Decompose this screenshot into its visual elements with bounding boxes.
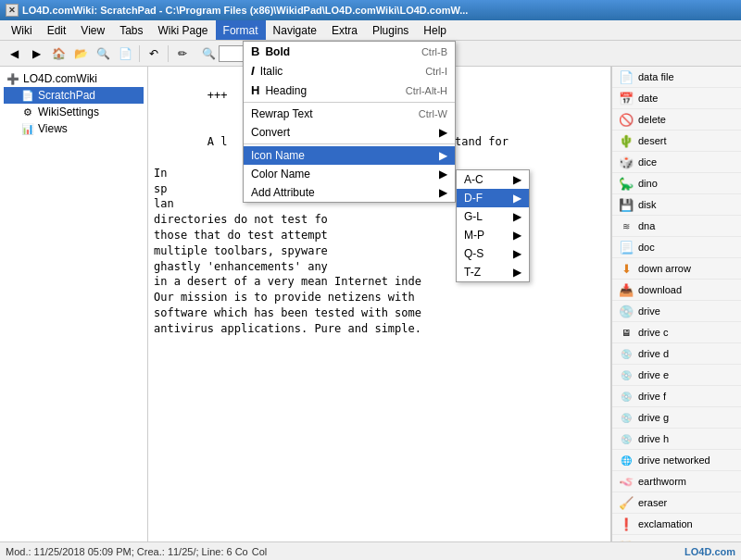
icon-sub-tz-label: T-Z — [464, 266, 481, 279]
tree-wikisettings[interactable]: ⚙ WikiSettings — [4, 104, 144, 120]
right-item-exclamation-label: exclamation — [638, 518, 693, 529]
settings-icon: ⚙ — [20, 105, 35, 119]
fmt-separator1 — [244, 102, 455, 103]
drivee-icon: 💿 — [618, 367, 634, 383]
right-item-explorer[interactable]: 📂 explorer — [612, 535, 741, 541]
tree-wikisettings-label: WikiSettings — [38, 106, 99, 118]
format-menu[interactable]: B Bold Ctrl-B I Italic Ctrl-I H Heading … — [243, 41, 456, 203]
right-item-datafile[interactable]: 📄 data file — [612, 67, 741, 88]
icon-name-submenu[interactable]: A-C ▶ D-F ▶ G-L ▶ M-P ▶ Q-S ▶ T-Z ▶ — [456, 169, 530, 282]
right-item-driveg[interactable]: 💿 drive g — [612, 407, 741, 429]
right-item-dino-label: dino — [638, 178, 658, 189]
tree-views[interactable]: 📊 Views — [4, 120, 144, 137]
home-button[interactable]: 🏠 — [48, 44, 69, 64]
drivec-icon: 🖥 — [618, 324, 634, 341]
undo-button[interactable]: ↶ — [144, 44, 164, 64]
format-heading[interactable]: H Heading Ctrl-Alt-H — [244, 81, 455, 100]
format-convert-arrow: ▶ — [439, 126, 447, 139]
icon-sub-qs[interactable]: Q-S ▶ — [457, 244, 529, 263]
right-item-download[interactable]: 📥 download — [612, 280, 741, 301]
right-item-eraser[interactable]: 🧹 eraser — [612, 492, 741, 514]
open-button[interactable]: 📂 — [70, 44, 91, 64]
menu-navigate[interactable]: Navigate — [266, 20, 324, 40]
format-iconname-label: Icon Name — [251, 149, 435, 162]
right-item-doc-label: doc — [638, 242, 655, 253]
icon-sub-gl[interactable]: G-L ▶ — [457, 207, 529, 226]
right-item-dino[interactable]: 🦕 dino — [612, 173, 741, 194]
right-item-drivee[interactable]: 💿 drive e — [612, 365, 741, 386]
format-iconname[interactable]: Icon Name ▶ — [244, 146, 455, 165]
format-colorname[interactable]: Color Name ▶ — [244, 165, 455, 183]
right-item-downarrow-label: down arrow — [638, 263, 691, 274]
right-item-earthworm[interactable]: 🪱 earthworm — [612, 471, 741, 492]
dino-icon: 🦕 — [618, 175, 634, 192]
right-item-dna[interactable]: ≋ dna — [612, 216, 741, 237]
close-button[interactable]: ✕ — [6, 4, 19, 17]
right-item-drive-label: drive — [638, 305, 660, 317]
icon-sub-gl-arrow: ▶ — [513, 210, 521, 223]
edit-button[interactable]: ✏ — [172, 44, 193, 64]
right-item-drivenetworked[interactable]: 🌐 drive networked — [612, 450, 741, 471]
menu-plugins[interactable]: Plugins — [365, 20, 416, 40]
icon-sub-mp-arrow: ▶ — [513, 229, 521, 242]
icon-sub-ac[interactable]: A-C ▶ — [457, 170, 529, 189]
tree-scratchpad[interactable]: 📄 ScratchPad — [4, 87, 144, 104]
right-item-drivec[interactable]: 🖥 drive c — [612, 322, 741, 343]
icon-sub-df[interactable]: D-F ▶ — [457, 189, 529, 207]
right-item-drive[interactable]: 💿 drive — [612, 301, 741, 322]
format-iconname-arrow: ▶ — [439, 149, 447, 162]
right-item-delete[interactable]: 🚫 delete — [612, 109, 741, 131]
format-convert[interactable]: Convert ▶ — [244, 123, 455, 142]
format-rewrap[interactable]: Rewrap Text Ctrl-W — [244, 105, 455, 123]
format-heading-key: Ctrl-Alt-H — [406, 85, 447, 96]
right-item-disk[interactable]: 💾 disk — [612, 194, 741, 216]
right-item-desert-label: desert — [638, 135, 667, 146]
menu-edit[interactable]: Edit — [40, 20, 74, 40]
menu-wiki[interactable]: Wiki — [4, 20, 40, 40]
page-button[interactable]: 📄 — [115, 44, 135, 64]
format-colorname-arrow: ▶ — [439, 168, 447, 180]
format-heading-label: H Heading — [251, 83, 406, 97]
back-button[interactable]: ◀ — [4, 44, 24, 64]
right-item-drived[interactable]: 💿 drive d — [612, 343, 741, 365]
date-icon: 📅 — [618, 90, 634, 106]
views-icon: 📊 — [20, 121, 35, 136]
right-item-desert[interactable]: 🌵 desert — [612, 131, 741, 152]
editor-line1: +++ — [207, 89, 228, 102]
right-item-exclamation[interactable]: ❗ exclamation — [612, 514, 741, 535]
eraser-icon: 🧹 — [618, 494, 634, 511]
title-bar: ✕ LO4D.comWiki: ScratchPad - C:\Program … — [0, 0, 741, 20]
right-item-delete-label: delete — [638, 114, 666, 125]
menu-help[interactable]: Help — [416, 20, 454, 40]
format-italic[interactable]: I Italic Ctrl-I — [244, 61, 455, 81]
right-item-doc[interactable]: 📃 doc — [612, 237, 741, 258]
format-bold-label: B Bold — [251, 44, 421, 58]
menu-tabs[interactable]: Tabs — [112, 20, 150, 40]
right-item-downarrow[interactable]: ⬇ down arrow — [612, 258, 741, 280]
right-item-drivef[interactable]: 💿 drive f — [612, 386, 741, 407]
format-addattrib[interactable]: Add Attribute ▶ — [244, 183, 455, 202]
driveg-icon: 💿 — [618, 409, 634, 426]
find-button[interactable]: 🔍 — [93, 44, 113, 64]
format-bold[interactable]: B Bold Ctrl-B — [244, 42, 455, 61]
right-item-dice[interactable]: 🎲 dice — [612, 152, 741, 173]
tree-root[interactable]: ➕ LO4D.comWiki — [4, 70, 144, 87]
right-item-datafile-label: data file — [638, 71, 674, 82]
search-icon-btn[interactable]: 🔍 — [198, 44, 219, 64]
disk-icon: 💾 — [618, 196, 634, 213]
right-item-driveh[interactable]: 💿 drive h — [612, 429, 741, 450]
right-item-disk-label: disk — [638, 199, 657, 210]
menu-extra[interactable]: Extra — [324, 20, 365, 40]
icon-sub-ac-arrow: ▶ — [513, 173, 521, 186]
menu-format[interactable]: Format — [216, 20, 266, 40]
drivef-icon: 💿 — [618, 388, 634, 404]
icon-sub-tz[interactable]: T-Z ▶ — [457, 263, 529, 281]
icon-sub-mp[interactable]: M-P ▶ — [457, 226, 529, 244]
exclamation-icon: ❗ — [618, 516, 634, 532]
format-convert-label: Convert — [251, 126, 435, 139]
forward-button[interactable]: ▶ — [26, 44, 46, 64]
menu-wiki-page[interactable]: Wiki Page — [151, 20, 216, 40]
right-item-date[interactable]: 📅 date — [612, 88, 741, 109]
drived-icon: 💿 — [618, 345, 634, 362]
menu-view[interactable]: View — [73, 20, 112, 40]
